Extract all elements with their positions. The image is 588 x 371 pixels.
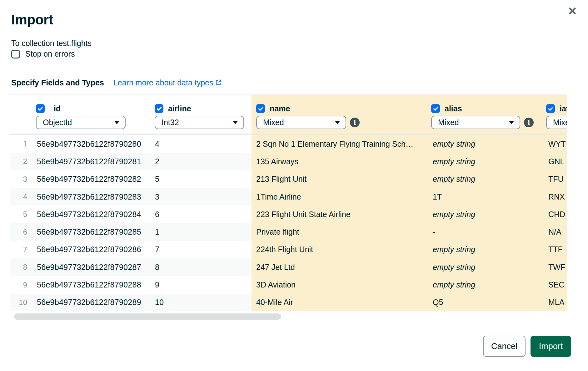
close-icon bbox=[567, 12, 577, 17]
type-select-id-value: ObjectId bbox=[43, 118, 72, 127]
column-label-airline: airline bbox=[168, 104, 191, 113]
cell-id: 56e9b497732b6122f8790280 bbox=[31, 135, 150, 153]
cell-id: 56e9b497732b6122f8790287 bbox=[31, 258, 150, 276]
info-icon[interactable]: i bbox=[524, 118, 534, 127]
horizontal-scrollbar[interactable] bbox=[10, 313, 567, 320]
column-checkbox-id[interactable] bbox=[36, 104, 45, 113]
cell-id: 56e9b497732b6122f8790283 bbox=[31, 188, 150, 206]
cell-alias: empty string bbox=[427, 276, 542, 293]
cell-name: 40-Mile Air bbox=[252, 294, 427, 311]
stop-on-errors-label: Stop on errors bbox=[25, 49, 75, 58]
cell-id: 56e9b497732b6122f8790282 bbox=[31, 170, 150, 188]
cell-id: 56e9b497732b6122f8790286 bbox=[31, 241, 150, 258]
cell-iata: WYT bbox=[542, 135, 567, 153]
column-checkbox-iata[interactable] bbox=[546, 104, 555, 113]
page-title: Import bbox=[11, 12, 53, 28]
column-label-alias: alias bbox=[445, 104, 462, 113]
row-number: 3 bbox=[10, 170, 31, 188]
type-select-name[interactable]: Mixed bbox=[256, 116, 346, 129]
type-select-name-value: Mixed bbox=[263, 118, 284, 127]
scrollbar-thumb[interactable] bbox=[14, 313, 281, 320]
header-row-number-spacer bbox=[10, 95, 31, 134]
cell-airline: 1 bbox=[150, 223, 252, 241]
table-row: 8 56e9b497732b6122f8790287 8 247 Jet Ltd… bbox=[10, 258, 567, 276]
stop-on-errors-checkbox[interactable] bbox=[11, 50, 20, 58]
cell-airline: 3 bbox=[150, 188, 252, 206]
learn-more-link[interactable]: Learn more about data types bbox=[113, 78, 222, 87]
row-number: 2 bbox=[10, 153, 31, 170]
table-header: _id ObjectId airline Int32 bbox=[10, 95, 567, 135]
cell-iata: TWF bbox=[542, 258, 567, 276]
type-select-id[interactable]: ObjectId bbox=[36, 116, 126, 129]
close-button[interactable] bbox=[566, 4, 579, 18]
row-number: 8 bbox=[10, 258, 31, 276]
row-number: 10 bbox=[10, 294, 31, 311]
cell-airline: 2 bbox=[150, 153, 252, 170]
chevron-down-icon bbox=[509, 121, 514, 124]
cell-airline: 7 bbox=[150, 241, 252, 258]
column-label-name: name bbox=[270, 104, 290, 113]
cell-name: Private flight bbox=[252, 223, 427, 241]
cell-id: 56e9b497732b6122f8790289 bbox=[31, 294, 150, 311]
cell-airline: 9 bbox=[150, 276, 252, 293]
cell-alias: Q5 bbox=[427, 294, 542, 311]
cell-airline: 5 bbox=[150, 170, 252, 188]
type-select-airline[interactable]: Int32 bbox=[155, 116, 244, 129]
cell-name: 3D Aviation bbox=[252, 276, 427, 293]
cell-alias: empty string bbox=[427, 241, 542, 258]
row-number: 9 bbox=[10, 276, 31, 293]
cell-iata: SEC bbox=[542, 276, 567, 293]
cell-alias: empty string bbox=[427, 206, 542, 223]
import-button[interactable]: Import bbox=[531, 336, 571, 357]
cell-id: 56e9b497732b6122f8790284 bbox=[31, 206, 150, 223]
preview-table: _id ObjectId airline Int32 bbox=[10, 94, 567, 311]
cell-alias: 1T bbox=[427, 188, 542, 206]
table-row: 4 56e9b497732b6122f8790283 3 1Time Airli… bbox=[10, 188, 567, 206]
cell-name: 223 Flight Unit State Airline bbox=[252, 206, 427, 223]
import-dialog: Import To collection test.flights Stop o… bbox=[0, 0, 588, 371]
cell-id: 56e9b497732b6122f8790281 bbox=[31, 153, 150, 170]
column-label-id: _id bbox=[49, 104, 61, 113]
section-title: Specify Fields and Types bbox=[11, 78, 104, 87]
cell-alias: empty string bbox=[427, 258, 542, 276]
cell-iata: TTF bbox=[542, 241, 567, 258]
table-row: 10 56e9b497732b6122f8790289 10 40-Mile A… bbox=[10, 294, 567, 311]
cancel-button[interactable]: Cancel bbox=[483, 336, 526, 357]
external-link-icon bbox=[215, 78, 222, 87]
table-row: 5 56e9b497732b6122f8790284 6 223 Flight … bbox=[10, 206, 567, 223]
chevron-down-icon bbox=[233, 121, 238, 124]
cell-alias: empty string bbox=[427, 135, 542, 153]
table-body: 1 56e9b497732b6122f8790280 4 2 Sqn No 1 … bbox=[10, 135, 567, 311]
type-select-iata[interactable]: Mixed bbox=[546, 116, 567, 129]
column-checkbox-name[interactable] bbox=[256, 104, 265, 113]
cell-iata: N/A bbox=[542, 223, 567, 241]
column-checkbox-airline[interactable] bbox=[155, 104, 163, 113]
learn-more-label: Learn more about data types bbox=[113, 78, 213, 87]
cell-iata: GNL bbox=[542, 153, 567, 170]
cell-name: 2 Sqn No 1 Elementary Flying Training Sc… bbox=[252, 135, 427, 153]
column-checkbox-alias[interactable] bbox=[431, 104, 440, 113]
cell-airline: 4 bbox=[150, 135, 252, 153]
cell-alias: empty string bbox=[427, 170, 542, 188]
cell-airline: 8 bbox=[150, 258, 252, 276]
type-select-alias-value: Mixed bbox=[438, 118, 459, 127]
table-row: 6 56e9b497732b6122f8790285 1 Private fli… bbox=[10, 223, 567, 241]
cell-name: 247 Jet Ltd bbox=[252, 258, 427, 276]
table-row: 3 56e9b497732b6122f8790282 5 213 Flight … bbox=[10, 170, 567, 188]
cell-iata: TFU bbox=[542, 170, 567, 188]
column-label-iata: iata bbox=[560, 104, 567, 113]
chevron-down-icon bbox=[114, 121, 119, 124]
table-row: 7 56e9b497732b6122f8790286 7 224th Fligh… bbox=[10, 241, 567, 258]
info-icon[interactable]: i bbox=[350, 118, 360, 127]
chevron-down-icon bbox=[335, 121, 340, 124]
cell-id: 56e9b497732b6122f8790288 bbox=[31, 276, 150, 293]
cell-iata: RNX bbox=[542, 188, 567, 206]
type-select-iata-value: Mixed bbox=[553, 118, 567, 127]
collection-subtitle: To collection test.flights bbox=[11, 39, 92, 48]
table-row: 9 56e9b497732b6122f8790288 9 3D Aviation… bbox=[10, 276, 567, 293]
table-row: 1 56e9b497732b6122f8790280 4 2 Sqn No 1 … bbox=[10, 135, 567, 153]
type-select-alias[interactable]: Mixed bbox=[431, 116, 520, 129]
row-number: 5 bbox=[10, 206, 31, 223]
cell-name: 135 Airways bbox=[252, 153, 427, 170]
cell-alias: empty string bbox=[427, 153, 542, 170]
